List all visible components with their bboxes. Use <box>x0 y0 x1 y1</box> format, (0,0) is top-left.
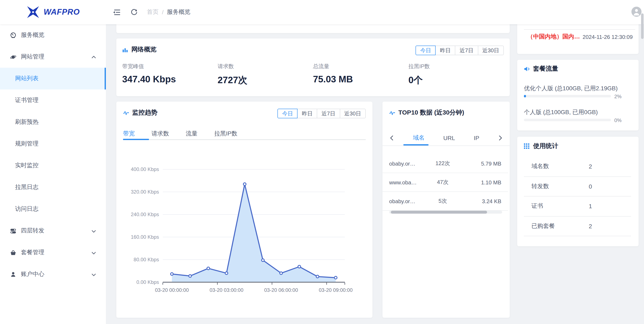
usage-label: 转发数 <box>532 183 582 190</box>
breadcrumb-separator: / <box>162 9 164 15</box>
usage-label: 证书 <box>532 203 582 210</box>
cell-count: 122次 <box>431 160 454 167</box>
top10-card: TOP10 数据 (近30分钟) 域名 URL IP obaby.or… 122… <box>382 102 510 318</box>
sidebar-subitem-website-list[interactable]: 网站列表 <box>0 68 106 89</box>
vertical-scrollbar-thumb[interactable] <box>641 13 644 39</box>
stat-bandwidth-peak: 带宽峰值 347.40 Kbps <box>122 63 218 86</box>
horizontal-scrollbar-thumb[interactable] <box>391 211 487 214</box>
cell-count: 47次 <box>431 179 454 186</box>
notice-row: （中国内地）国内… 2024-11-26 12:30:09 <box>527 32 633 42</box>
table-row: www.oba… 47次 1.10 MB <box>382 173 508 192</box>
chevron-down-icon <box>91 228 96 233</box>
notice-title-link[interactable]: （中国内地）国内… <box>527 33 580 40</box>
planet-icon <box>10 54 16 60</box>
tabs-prev-icon[interactable] <box>389 135 394 141</box>
progress-fill <box>524 95 526 97</box>
filter-button-today[interactable]: 今日 <box>416 45 436 55</box>
network-overview-filter-group: 今日 昨日 近7日 近30日 <box>416 45 504 55</box>
top-header: WAFPRO 首页 / 服务概览 <box>0 0 644 24</box>
avatar-icon <box>632 7 642 17</box>
refresh-icon[interactable] <box>130 8 138 16</box>
grid-icon <box>524 143 530 149</box>
tab-url[interactable]: URL <box>443 135 455 141</box>
usage-stats-rows: 域名数 2 转发数 0 证书 1 已购套餐 2 <box>524 157 631 236</box>
bandwidth-chart: 0.00 Kbps80.00 Kbps160.00 Kbps240.00 Kbp… <box>116 150 372 299</box>
cell-domain: www.oba… <box>389 179 431 185</box>
filter-button-today[interactable]: 今日 <box>278 109 298 118</box>
avatar[interactable] <box>632 7 642 17</box>
progress-bar <box>524 95 611 97</box>
usage-stats-card: 使用统计 域名数 2 转发数 0 证书 1 已购套餐 2 <box>517 137 638 246</box>
cell-size: 1.10 MB <box>454 179 501 185</box>
stat-label: 带宽峰值 <box>122 63 218 70</box>
usage-row-domains: 域名数 2 <box>524 157 631 177</box>
svg-text:0.00 Kbps: 0.00 Kbps <box>136 279 159 285</box>
sidebar-item-label: 套餐管理 <box>21 249 44 256</box>
top10-tabs: 域名 URL IP <box>389 133 503 143</box>
usage-row-certs: 证书 1 <box>524 197 631 216</box>
tabs-next-icon[interactable] <box>498 135 503 141</box>
speaker-icon <box>524 66 530 72</box>
sidebar-subitem-access-log[interactable]: 访问日志 <box>0 198 106 220</box>
filter-button-30days[interactable]: 近30日 <box>478 45 504 55</box>
sidebar-subitem-label: 规则管理 <box>15 140 38 148</box>
sidebar-subitem-label: 访问日志 <box>15 205 38 213</box>
usage-value: 1 <box>589 203 592 210</box>
tab-domain[interactable]: 域名 <box>413 134 424 142</box>
progress-percent: 0% <box>614 117 622 123</box>
sidebar-subitem-blacklist-log[interactable]: 拉黑日志 <box>0 176 106 198</box>
svg-text:03-20 00:00:00: 03-20 00:00:00 <box>155 287 189 293</box>
menu-fold-icon[interactable] <box>112 8 120 16</box>
card-title: 网络概览 <box>132 45 156 53</box>
monitor-trend-card: 监控趋势 今日 昨日 近7日 近30日 带宽 请求数 流量 拉黑IP数 0.00… <box>116 102 372 318</box>
sidebar-item-label: 服务概览 <box>21 31 44 39</box>
cell-domain: obaby.or… <box>389 198 431 204</box>
sidebar-item-layer4-forward[interactable]: 四层转发 <box>0 220 106 242</box>
filter-button-yesterday[interactable]: 昨日 <box>297 109 318 118</box>
sidebar-subitem-cert-management[interactable]: 证书管理 <box>0 89 106 111</box>
stat-label: 拉黑IP数 <box>408 63 504 70</box>
table-row: obaby.or… 122次 5.79 MB <box>382 154 508 173</box>
progress-bar <box>524 119 611 121</box>
usage-row-packages: 已购套餐 2 <box>524 216 631 236</box>
sidebar-subitem-label: 网站列表 <box>15 75 38 82</box>
svg-text:03-20 06:00:00: 03-20 06:00:00 <box>264 287 298 293</box>
card-title: TOP10 数据 (近30分钟) <box>398 109 464 117</box>
filter-button-7days[interactable]: 近7日 <box>455 45 478 55</box>
breadcrumb: 首页 / 服务概览 <box>147 8 190 16</box>
usage-value: 0 <box>589 183 592 190</box>
progress-percent: 2% <box>614 94 622 99</box>
sidebar-item-package-management[interactable]: 套餐管理 <box>0 242 106 263</box>
cell-size: 5.79 MB <box>454 160 501 167</box>
sidebar-item-service-overview[interactable]: 服务概览 <box>0 24 106 46</box>
package-item-label: 优化个人版 (总100GB, 已用2.19GB) <box>524 85 618 92</box>
tab-ip[interactable]: IP <box>474 135 479 141</box>
table-row: obaby.or… 5次 3.24 KB <box>382 192 508 211</box>
sidebar-item-label: 四层转发 <box>21 227 44 235</box>
sidebar-subitem-refresh-preheat[interactable]: 刷新预热 <box>0 111 106 133</box>
svg-text:240.00 Kbps: 240.00 Kbps <box>131 212 159 217</box>
sidebar-subitem-realtime-monitor[interactable]: 实时监控 <box>0 155 106 176</box>
sidebar-subitem-label: 拉黑日志 <box>15 184 38 191</box>
user-icon <box>10 271 16 277</box>
sidebar-item-website-management[interactable]: 网站管理 <box>0 46 106 68</box>
svg-text:80.00 Kbps: 80.00 Kbps <box>134 257 159 262</box>
filter-button-yesterday[interactable]: 昨日 <box>436 45 456 55</box>
dashboard-icon <box>10 32 16 38</box>
sidebar: 服务概览 网站管理 网站列表 证书管理 刷新预热 规则管理 <box>0 24 106 324</box>
cell-size: 3.24 KB <box>454 198 501 204</box>
card-title: 使用统计 <box>533 142 558 150</box>
sidebar-item-account-center[interactable]: 账户中心 <box>0 263 106 285</box>
usage-label: 已购套餐 <box>532 222 582 230</box>
breadcrumb-home[interactable]: 首页 <box>147 8 158 16</box>
sidebar-subitem-rule-management[interactable]: 规则管理 <box>0 133 106 155</box>
top10-tab-active-indicator <box>404 144 428 145</box>
svg-text:400.00 Kbps: 400.00 Kbps <box>131 166 159 172</box>
filter-button-30days[interactable]: 近30日 <box>340 109 366 118</box>
sidebar-subitem-label: 实时监控 <box>15 162 38 169</box>
chevron-up-icon <box>91 54 96 59</box>
horizontal-scrollbar-track[interactable] <box>389 211 502 214</box>
pulse-icon <box>389 110 395 116</box>
logo-text: WAFPRO <box>44 7 80 17</box>
filter-button-7days[interactable]: 近7日 <box>317 109 340 118</box>
